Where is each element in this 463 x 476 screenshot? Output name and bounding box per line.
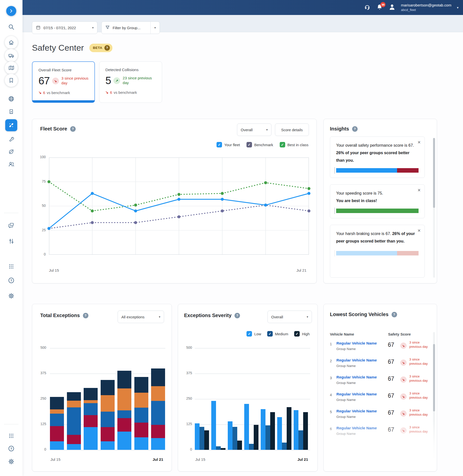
sidebar-item-maintenance[interactable] — [8, 136, 14, 142]
legend-item-benchmark[interactable]: ✓ Benchmark — [246, 142, 273, 147]
sidebar-item-messages[interactable] — [8, 222, 14, 229]
sidebar-item-apps-bottom[interactable] — [8, 433, 14, 439]
vehicle-score-delta: 3 since previous day — [409, 357, 432, 366]
vehicle-name-link[interactable]: Regular Vehicle Name — [336, 341, 377, 346]
vehicle-rank: 4 — [330, 393, 332, 397]
close-icon[interactable]: ✕ — [418, 228, 421, 233]
checkbox-checked-icon: ✓ — [217, 142, 222, 147]
account-info[interactable]: marisarobertson@geotab.com abcd_fleet — [401, 2, 451, 13]
notifications-button[interactable]: 99 — [376, 4, 383, 11]
home-icon — [5, 36, 18, 49]
fleet-score-metric-dropdown[interactable]: Overall ▾ — [237, 123, 271, 136]
vehicle-rank: 2 — [330, 359, 332, 363]
sidebar-item-controls[interactable] — [8, 238, 14, 244]
insight-text-bold: 26% of your peer groups scored better th… — [336, 151, 409, 162]
sidebar-item-settings-bottom[interactable] — [8, 458, 15, 465]
legend-label: Your fleet — [224, 143, 240, 147]
exceptions-type-dropdown[interactable]: All exceptions ▾ — [118, 311, 164, 323]
help-icon: ? — [8, 277, 15, 284]
insight-score-bar — [336, 209, 419, 213]
group-filter-caret-button[interactable]: ▾ — [150, 22, 160, 34]
legend-item-your-fleet[interactable]: ✓ Your fleet — [217, 142, 240, 147]
legend-item-low[interactable]: ✓ Low — [246, 331, 261, 337]
expand-menu-button[interactable] — [6, 6, 16, 16]
grid-icon — [8, 433, 14, 439]
overall-fleet-score-card[interactable]: Overall Fleet Score 67 ↘ 3 since previou… — [32, 61, 95, 103]
scrollbar-thumb[interactable] — [433, 138, 435, 208]
x-axis-label-start: Jul 15 — [49, 268, 59, 272]
grouped-bar — [265, 425, 270, 450]
dropdown-value: All exceptions — [121, 315, 145, 319]
stacked-bar-segment — [151, 386, 165, 401]
calendar-icon — [36, 25, 41, 31]
sidebar-item-bookmarks[interactable] — [5, 74, 18, 87]
vehicle-safety-score: 67 — [388, 392, 394, 399]
insight-text: Your overall safety performance score is… — [336, 142, 419, 164]
detected-collisions-card[interactable]: Detected Collisions 5 ↗ 23 since previou… — [99, 61, 162, 103]
severity-scope-dropdown[interactable]: Overall ▾ — [267, 311, 312, 323]
account-menu-caret[interactable]: ▾ — [457, 6, 459, 9]
severity-grouped-bar-chart — [195, 348, 310, 450]
sidebar-item-rules[interactable] — [8, 109, 14, 115]
benchmark-delta: 6 — [110, 90, 112, 95]
score-details-button[interactable]: Score details — [275, 123, 309, 136]
dropdown-value: Overall — [271, 315, 283, 319]
grouped-bar — [303, 412, 308, 450]
trend-down-icon: ↘ — [400, 359, 407, 366]
vehicle-name-link[interactable]: Regular Vehicle Name — [336, 375, 377, 379]
vehicle-name-link[interactable]: Regular Vehicle Name — [336, 409, 377, 413]
vehicle-name-link[interactable]: Regular Vehicle Name — [336, 392, 377, 396]
help-icon[interactable]: ? — [83, 313, 88, 318]
sidebar-item-apps[interactable] — [8, 263, 14, 270]
sidebar-item-settings[interactable] — [8, 293, 15, 299]
vehicle-score-delta: 3 since previous day — [409, 391, 432, 400]
close-icon[interactable]: ✕ — [418, 140, 421, 145]
stacked-bar-segment — [84, 427, 98, 450]
vehicle-rank: 3 — [330, 376, 332, 380]
help-icon[interactable]: ? — [352, 126, 358, 132]
legend-item-medium[interactable]: ✓ Medium — [267, 331, 288, 337]
date-range-picker[interactable]: 07/15 - 07/21, 2022 ▾ — [32, 21, 97, 34]
stacked-bar-segment — [134, 423, 148, 437]
group-filter[interactable]: Filter by Group... ▾ — [101, 21, 160, 34]
account-button[interactable] — [388, 4, 396, 11]
sidebar-item-help-bottom[interactable]: ? — [8, 445, 15, 452]
stacked-bar-segment — [50, 441, 64, 450]
insights-panel: Insights ? ✕ Your overall safety perform… — [323, 119, 437, 283]
help-icon[interactable]: ? — [70, 126, 76, 132]
y-axis-tick: 250 — [179, 396, 192, 400]
vehicle-name-link[interactable]: Regular Vehicle Name — [336, 358, 377, 362]
sidebar-item-home[interactable] — [5, 36, 18, 49]
y-axis: 5003752501250 — [32, 304, 46, 471]
legend-label: Low — [254, 332, 261, 336]
sidebar-item-users[interactable] — [8, 161, 15, 168]
close-icon[interactable]: ✕ — [418, 188, 421, 193]
sidebar-item-search[interactable] — [8, 23, 15, 30]
grouped-bar — [270, 412, 275, 450]
sidebar-item-zones[interactable] — [8, 95, 15, 102]
grouped-bar — [200, 427, 204, 450]
vehicle-name-link[interactable]: Regular Vehicle Name — [336, 426, 377, 430]
sidebar-item-sustainability[interactable] — [8, 148, 14, 155]
sidebar-item-safety-center[interactable] — [5, 119, 17, 131]
beta-help-icon[interactable]: ? — [104, 45, 110, 51]
sidebar-item-map[interactable] — [5, 61, 18, 74]
filter-bar: 07/15 - 07/21, 2022 ▾ Filter by Group...… — [22, 15, 463, 32]
sidebar-divider — [4, 213, 18, 213]
grouped-bar — [195, 423, 200, 450]
help-icon[interactable]: ? — [234, 313, 240, 318]
seatbelt-icon — [5, 119, 17, 131]
legend-item-best-in-class[interactable]: ✓ Best in class — [280, 142, 308, 147]
sidebar-item-help[interactable]: ? — [8, 277, 15, 284]
table-row: 2 Regular Vehicle Name Group Name 67 ↘ 3… — [330, 357, 431, 372]
stacked-bar-segment — [134, 377, 148, 393]
support-button[interactable] — [363, 4, 371, 11]
score-bar-segment — [336, 209, 419, 213]
sidebar-item-vehicles[interactable] — [5, 49, 18, 62]
sidebar: ? ? — [0, 0, 22, 476]
table-row: 1 Regular Vehicle Name Group Name 67 ↘ 3… — [330, 341, 431, 356]
legend-item-high[interactable]: ✓ High — [294, 331, 310, 337]
scrollbar-thumb[interactable] — [433, 344, 435, 411]
gridline — [50, 348, 165, 349]
help-icon[interactable]: ? — [392, 312, 397, 317]
